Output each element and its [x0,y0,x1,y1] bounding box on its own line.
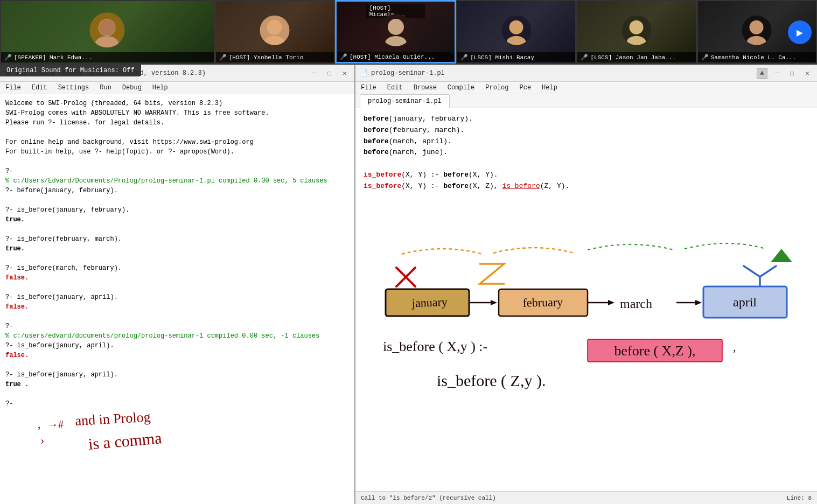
prolog-editor-window: 📄 prolog-seminar-1.pl ▲ — ☐ ✕ File Edit … [355,65,817,504]
svg-rect-39 [588,339,722,362]
minimize-button-left[interactable]: — [309,68,320,79]
video-label-micaela: 🎤 [HOST] Micaela Gutier... [337,52,455,62]
terminal-query-7: ?- is_before(january, april). [5,370,349,380]
svg-text:,: , [733,340,736,354]
terminal-prompt-1: ?- [5,166,349,176]
main-area: Original Sound for Musicians: Off 🐦 SWI-… [0,65,817,504]
video-label-mishi: 🎤 [LSCS] Mishi Bacay [457,52,575,62]
code-section: before(january, february). before(februa… [364,114,809,192]
svg-point-12 [630,20,644,34]
close-button-left[interactable]: ✕ [339,68,350,79]
mic-off-icon-samantha: 🎤 [701,54,709,61]
terminal-compile-1: % c:/Users/Edvard/Documents/Prolog/prolo… [5,176,349,186]
svg-text:is a comma: is a comma [88,429,163,453]
editor-menu-pce[interactable]: Pce [517,83,533,93]
svg-line-23 [396,268,415,286]
next-participant-button[interactable]: ▶ [788,20,812,44]
svg-text:march: march [620,297,652,311]
svg-marker-32 [608,300,615,305]
editor-menu-bar: File Edit Browse Compile Prolog Pce Help [355,82,817,94]
tab-prolog-seminar[interactable]: prolog-seminar-1.pl [360,94,450,108]
terminal-query-2: ?- is_before(january, february). [5,205,349,215]
maximize-button-right[interactable]: ☐ [787,68,798,79]
menu-run[interactable]: Run [97,83,114,93]
minimize-button-right[interactable]: — [772,68,783,79]
svg-text:›: › [40,433,44,447]
terminal-result-4: false. [5,302,349,312]
video-thumb-micaela[interactable]: [HOST] Micaela... 🎤 [HOST] Micaela Gutie… [335,0,456,64]
terminal-help-2: For built-in help, use ?- help(Topic). o… [5,147,349,157]
status-text-left: Call to "is_before/2" (recursive call) [361,495,496,501]
code-line-6: is_before(X, Y) :- before(X, Z), is_befo… [364,181,809,192]
menu-file[interactable]: File [3,83,23,93]
code-line-1: before(january, february). [364,114,809,125]
video-label-mark: 🎤 [SPEAKER] Mark Edwa... [1,52,214,62]
svg-marker-22 [771,249,792,262]
svg-text:february: february [522,295,563,309]
editor-menu-file[interactable]: File [359,83,379,93]
editor-status-bar: Call to "is_before/2" (recursive call) L… [355,491,817,504]
terminal-help-1: For online help and background, visit ht… [5,137,349,147]
terminal-query-5: ?- is_before(january, april). [5,292,349,302]
svg-rect-36 [703,286,787,318]
editor-menu-prolog[interactable]: Prolog [483,83,511,93]
code-line-2: before(february, march). [364,125,809,136]
status-text-right: Line: 8 [787,495,812,501]
notification-bar: Original Sound for Musicians: Off [0,65,141,76]
diagram-area: january february march [355,238,817,475]
mic-off-icon-jason: 🎤 [581,54,588,61]
terminal-result-6: true . [5,380,349,389]
video-thumb-jason[interactable]: 🎤 [LSCS] Jason Jan Jaba... [576,0,696,64]
video-thumb-mishi[interactable]: 🎤 [LSCS] Mishi Bacay [456,0,576,64]
swi-menu-bar: File Edit Settings Run Debug Help [0,82,354,94]
video-label-samantha: 🎤 Samantha Nicole L. Ca... [698,52,816,62]
svg-text:and in Prolog: and in Prolog [75,409,151,429]
editor-menu-compile[interactable]: Compile [445,83,477,93]
svg-text:,: , [37,417,41,431]
svg-line-24 [396,268,415,286]
terminal-result-2: true. [5,244,349,254]
terminal-compile-2: % c:/users/edvard/documents/prolog/prolo… [5,331,349,341]
editor-menu-edit[interactable]: Edit [385,83,405,93]
terminal-result-3: false. [5,273,349,283]
svg-text:→#: →# [47,418,64,430]
terminal-result-5: false. [5,351,349,360]
terminal-query-4: ?- is_before(march, february). [5,263,349,273]
code-line-5: is_before(X, Y) :- before(X, Y). [364,170,809,181]
editor-titlebar: 📄 prolog-seminar-1.pl ▲ — ☐ ✕ [355,65,817,82]
video-label-jason: 🎤 [LSCS] Jason Jan Jaba... [577,52,695,62]
terminal-prompt-3: ?- [5,399,349,409]
window-controls-right: ▲ — ☐ ✕ [757,68,813,79]
svg-point-2 [99,19,115,36]
annotation-left: , →# and in Prolog is a comma › [32,396,259,499]
editor-tabs: prolog-seminar-1.pl [355,94,817,108]
editor-menu-help[interactable]: Help [540,83,560,93]
editor-body[interactable]: before(january, february). before(februa… [355,108,817,491]
terminal-body[interactable]: Welcome to SWI-Prolog (threaded, 64 bits… [0,94,354,504]
code-line-4: before(march, june). [364,147,809,158]
close-button-right[interactable]: ✕ [802,68,813,79]
mic-off-icon-micaela: 🎤 [340,53,347,60]
svg-point-6 [388,19,404,35]
svg-point-15 [750,20,764,34]
menu-edit[interactable]: Edit [30,83,50,93]
video-thumb-mark[interactable]: 🎤 [SPEAKER] Mark Edwa... [0,0,215,64]
video-bar: 🎤 [SPEAKER] Mark Edwa... 🎤 [HOST] Ysobel… [0,0,817,65]
svg-text:is_before ( X,y ) :-: is_before ( X,y ) :- [383,339,487,354]
menu-help[interactable]: Help [150,83,170,93]
svg-text:is_before ( Z,y ).: is_before ( Z,y ). [437,372,546,390]
video-thumb-ysobella[interactable]: 🎤 [HOST] Ysobella Torio [215,0,335,64]
svg-point-3 [267,20,282,35]
svg-marker-28 [491,300,497,305]
editor-menu-browse[interactable]: Browse [411,83,439,93]
scroll-up-button[interactable]: ▲ [757,68,767,79]
terminal-query-1: ?- before(january, february). [5,186,349,195]
svg-point-4 [264,36,285,45]
editor-title: 📄 prolog-seminar-1.pl [360,69,445,77]
menu-debug[interactable]: Debug [120,83,144,93]
menu-settings[interactable]: Settings [56,83,92,93]
svg-marker-35 [695,300,702,305]
svg-text:april: april [733,295,757,309]
maximize-button-left[interactable]: ☐ [324,68,335,79]
mic-off-icon-mark: 🎤 [4,54,12,61]
